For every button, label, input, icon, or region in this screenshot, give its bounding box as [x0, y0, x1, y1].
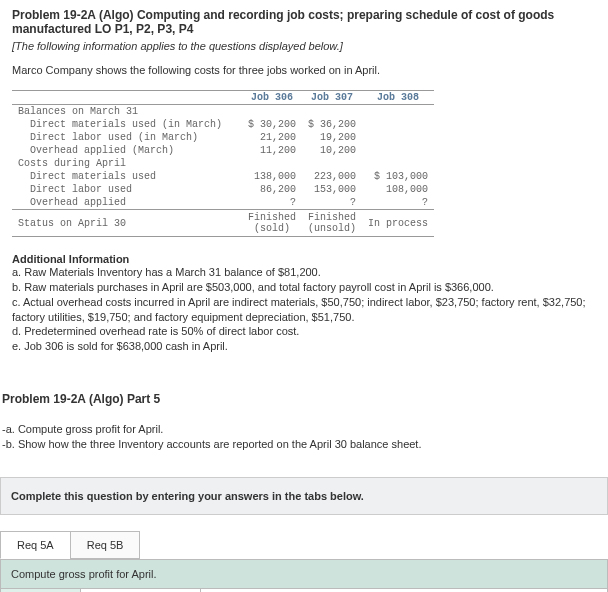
row-label: Direct labor used	[12, 183, 242, 196]
cell: 153,000	[302, 183, 362, 196]
table-row: Direct materials used138,000223,000$ 103…	[12, 170, 434, 183]
job-cost-table: Job 306 Job 307 Job 308 Balances on Marc…	[12, 90, 434, 237]
cell: 19,200	[302, 131, 362, 144]
cell	[362, 105, 434, 119]
col-blank	[12, 91, 242, 105]
row-label: Direct labor used (in March)	[12, 131, 242, 144]
cell: 86,200	[242, 183, 302, 196]
additional-title: Additional Information	[12, 253, 596, 265]
cell	[242, 105, 302, 119]
cell: $ 36,200	[302, 118, 362, 131]
status-cell: Finished(sold)	[242, 210, 302, 237]
row-label: Overhead applied	[12, 196, 242, 210]
cell	[362, 118, 434, 131]
cell: 10,200	[302, 144, 362, 157]
panel-instruction: Compute gross profit for April.	[0, 559, 608, 588]
col-job306: Job 306	[242, 91, 302, 105]
cell: 21,200	[242, 131, 302, 144]
status-cell: In process	[362, 210, 434, 237]
status-cell: Finished(unsold)	[302, 210, 362, 237]
subpart-a: -a. Compute gross profit for April.	[2, 422, 606, 437]
cell: 108,000	[362, 183, 434, 196]
table-row: Direct labor used86,200153,000108,000	[12, 183, 434, 196]
table-row: Direct materials used (in March)$ 30,200…	[12, 118, 434, 131]
tab-req5a[interactable]: Req 5A	[0, 531, 71, 559]
tabs: Req 5A Req 5B	[0, 531, 608, 559]
table-row: Direct labor used (in March)21,20019,200	[12, 131, 434, 144]
additional-info: Additional Information a. Raw Materials …	[0, 245, 608, 362]
row-label: Direct materials used	[12, 170, 242, 183]
complete-instruction: Complete this question by entering your …	[0, 477, 608, 515]
row-label: Overhead applied (March)	[12, 144, 242, 157]
note: [The following information applies to th…	[0, 38, 608, 60]
part-title: Problem 19-2A (Algo) Part 5	[0, 362, 608, 414]
info-e: e. Job 306 is sold for $638,000 cash in …	[12, 339, 596, 354]
intro-text: Marco Company shows the following costs …	[0, 60, 608, 86]
answer-row: Gross profit	[0, 588, 608, 592]
table-row: Overhead applied???	[12, 196, 434, 210]
table-row: Balances on March 31	[12, 105, 434, 119]
subparts: -a. Compute gross profit for April. -b. …	[0, 414, 608, 467]
col-job307: Job 307	[302, 91, 362, 105]
cell: ?	[302, 196, 362, 210]
cell: 11,200	[242, 144, 302, 157]
col-job308: Job 308	[362, 91, 434, 105]
row-label: Balances on March 31	[12, 105, 242, 119]
info-c: c. Actual overhead costs incurred in Apr…	[12, 295, 596, 325]
cell: ?	[362, 196, 434, 210]
cell	[302, 157, 362, 170]
table-row: Overhead applied (March)11,20010,200	[12, 144, 434, 157]
cell	[362, 157, 434, 170]
row-label: Direct materials used (in March)	[12, 118, 242, 131]
info-a: a. Raw Materials Inventory has a March 3…	[12, 265, 596, 280]
cell	[302, 105, 362, 119]
tab-req5b[interactable]: Req 5B	[70, 531, 141, 559]
cell	[242, 157, 302, 170]
table-row: Costs during April	[12, 157, 434, 170]
cell	[362, 131, 434, 144]
cell: 138,000	[242, 170, 302, 183]
info-b: b. Raw materials purchases in April are …	[12, 280, 596, 295]
row-label: Costs during April	[12, 157, 242, 170]
cell: ?	[242, 196, 302, 210]
subpart-b: -b. Show how the three Inventory account…	[2, 437, 606, 452]
cell	[362, 144, 434, 157]
cell: $ 30,200	[242, 118, 302, 131]
problem-title: Problem 19-2A (Algo) Computing and recor…	[0, 0, 608, 38]
status-row: Status on April 30Finished(sold)Finished…	[12, 210, 434, 237]
info-d: d. Predetermined overhead rate is 50% of…	[12, 324, 596, 339]
status-label: Status on April 30	[12, 210, 242, 237]
cell: 223,000	[302, 170, 362, 183]
cell: $ 103,000	[362, 170, 434, 183]
